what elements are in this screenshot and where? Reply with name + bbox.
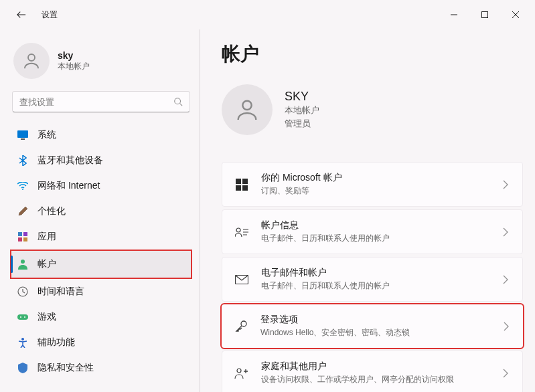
card-title: 家庭和其他用户 (261, 361, 489, 373)
svg-rect-3 (17, 130, 28, 138)
search-box[interactable] (12, 91, 190, 112)
bluetooth-icon (17, 155, 28, 166)
card-signin-options[interactable]: 登录选项 Windows Hello、安全密钥、密码、动态锁 (222, 304, 523, 348)
user-icon (21, 51, 42, 71)
chevron-right-icon (501, 180, 510, 189)
chevron-right-icon (502, 322, 511, 331)
maximize-icon (481, 11, 488, 18)
microsoft-icon (234, 177, 249, 192)
monitor-icon (17, 130, 28, 140)
minimize-button[interactable] (439, 4, 469, 25)
id-card-icon (234, 225, 249, 239)
card-subtitle: 电子邮件、日历和联系人使用的帐户 (261, 233, 489, 244)
card-family-users[interactable]: 家庭和其他用户 设备访问权限、工作或学校用户、网亭分配的访问权限 (222, 351, 523, 392)
card-subtitle: 设备访问权限、工作或学校用户、网亭分配的访问权限 (261, 374, 489, 385)
titlebar: 设置 (0, 0, 535, 29)
search-icon (173, 97, 183, 106)
svg-rect-20 (242, 185, 248, 191)
card-title: 你的 Microsoft 帐户 (261, 172, 489, 184)
clock-icon (17, 286, 28, 297)
card-account-info[interactable]: 帐户信息 电子邮件、日历和联系人使用的帐户 (222, 209, 523, 254)
card-subtitle: Windows Hello、安全密钥、密码、动态锁 (260, 327, 489, 338)
apps-icon (17, 231, 28, 242)
svg-rect-12 (17, 314, 28, 320)
back-button[interactable] (11, 4, 32, 25)
card-title: 登录选项 (260, 314, 489, 326)
accessibility-icon (17, 337, 28, 348)
svg-point-13 (20, 316, 21, 318)
account-avatar (222, 84, 273, 135)
nav-label: 个性化 (37, 205, 66, 217)
svg-point-14 (24, 316, 25, 318)
nav-item-time-lang[interactable]: 时间和语言 (11, 280, 192, 304)
wifi-icon (17, 181, 28, 191)
account-type: 本地帐户 (285, 104, 319, 117)
svg-rect-6 (18, 232, 22, 236)
card-subtitle: 电子邮件、日历和联系人使用的帐户 (261, 280, 489, 292)
shield-icon (17, 363, 28, 373)
sidebar-user-name: sky (58, 50, 90, 61)
key-icon (234, 319, 248, 334)
svg-point-21 (236, 228, 240, 232)
chevron-right-icon (501, 227, 510, 237)
nav-list: 系统 蓝牙和其他设备 网络和 Internet 个性化 应用 帐户 (11, 123, 192, 380)
avatar (13, 43, 50, 79)
nav-item-bluetooth[interactable]: 蓝牙和其他设备 (11, 149, 192, 173)
gamepad-icon (17, 312, 28, 322)
svg-point-10 (21, 260, 25, 264)
account-name: SKY (285, 90, 319, 104)
svg-rect-8 (18, 237, 22, 241)
svg-point-23 (241, 321, 246, 326)
svg-rect-19 (236, 185, 241, 191)
nav-item-apps[interactable]: 应用 (11, 225, 192, 249)
card-title: 电子邮件和帐户 (261, 267, 489, 279)
sidebar-user-block[interactable]: sky 本地帐户 (11, 37, 192, 91)
nav-label: 帐户 (37, 258, 56, 270)
brush-icon (17, 206, 28, 217)
nav-item-network[interactable]: 网络和 Internet (11, 174, 192, 198)
chevron-right-icon (501, 369, 510, 378)
minimize-icon (451, 11, 457, 18)
cards-list: 你的 Microsoft 帐户 订阅、奖励等 帐户信息 电子邮件、日历和联系人使… (222, 162, 523, 392)
card-ms-account[interactable]: 你的 Microsoft 帐户 订阅、奖励等 (222, 162, 523, 207)
svg-rect-18 (242, 179, 248, 184)
nav-label: 隐私和安全性 (37, 362, 94, 374)
svg-point-1 (28, 54, 35, 61)
svg-point-5 (22, 189, 23, 190)
person-icon (17, 259, 28, 270)
back-arrow-icon (17, 10, 26, 19)
svg-point-16 (242, 101, 251, 110)
nav-item-accounts[interactable]: 帐户 (11, 250, 192, 278)
nav-item-gaming[interactable]: 游戏 (11, 305, 192, 329)
nav-label: 时间和语言 (37, 286, 84, 298)
search-input[interactable] (19, 97, 173, 107)
svg-rect-4 (21, 138, 25, 140)
nav-label: 应用 (37, 231, 56, 243)
nav-item-personalize[interactable]: 个性化 (11, 199, 192, 223)
nav-label: 系统 (37, 129, 56, 141)
card-subtitle: 订阅、奖励等 (261, 185, 489, 197)
svg-point-2 (175, 98, 181, 104)
card-email-accounts[interactable]: 电子邮件和帐户 电子邮件、日历和联系人使用的帐户 (222, 257, 523, 302)
nav-item-privacy[interactable]: 隐私和安全性 (11, 356, 192, 380)
svg-point-15 (21, 338, 24, 340)
nav-item-system[interactable]: 系统 (11, 123, 192, 147)
svg-rect-7 (23, 232, 27, 236)
svg-rect-0 (482, 12, 488, 18)
close-button[interactable] (500, 4, 531, 25)
maximize-button[interactable] (469, 4, 500, 25)
sidebar-user-type: 本地帐户 (58, 61, 90, 72)
app-title: 设置 (42, 9, 58, 21)
nav-label: 蓝牙和其他设备 (37, 155, 103, 167)
mail-icon (234, 272, 249, 287)
content-pane: 帐户 SKY 本地帐户 管理员 你的 Microsoft 帐户 订阅、奖励等 (200, 29, 535, 392)
card-title: 帐户信息 (261, 219, 489, 231)
nav-label: 游戏 (37, 311, 56, 323)
chevron-right-icon (501, 275, 510, 284)
nav-label: 辅助功能 (37, 336, 75, 349)
svg-rect-17 (236, 179, 241, 184)
sidebar: sky 本地帐户 系统 蓝牙和其他设备 网络和 Internet (0, 29, 200, 392)
close-icon (512, 11, 519, 18)
account-role: 管理员 (285, 117, 319, 130)
nav-item-accessibility[interactable]: 辅助功能 (11, 330, 192, 355)
